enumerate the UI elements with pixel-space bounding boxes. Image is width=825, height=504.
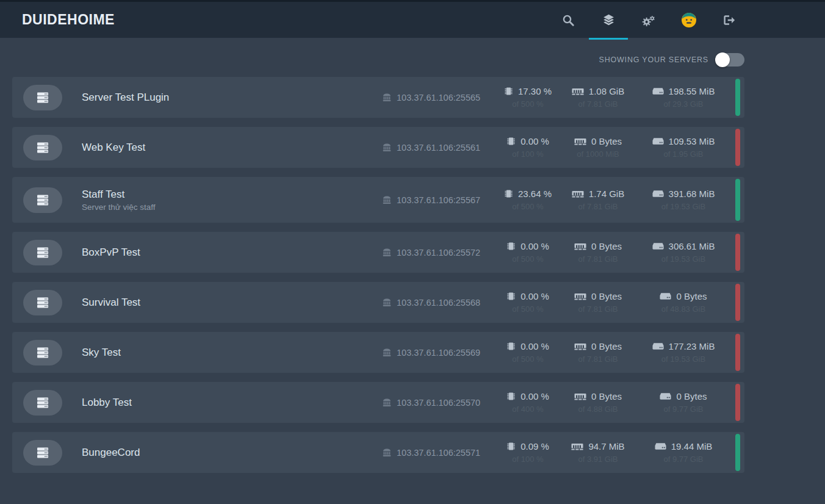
- server-row[interactable]: Survival Test 103.37.61.106:25568 0.00 %…: [12, 282, 744, 323]
- cpu-stat: 0.00 % of 500 %: [497, 291, 558, 314]
- server-subtitle: Server thử việc staff: [82, 203, 375, 212]
- server-name-block: Web Key Test: [82, 142, 375, 154]
- server-address-block: 103.37.61.106:25565: [375, 93, 497, 103]
- nav-account-button[interactable]: [669, 2, 709, 38]
- server-ip: 103.37.61.106:25567: [397, 195, 480, 205]
- server-name-block: Sky Test: [82, 347, 375, 359]
- server-stack-icon: [36, 446, 49, 459]
- server-row[interactable]: BoxPvP Test 103.37.61.106:25572 0.00 % o…: [12, 232, 744, 273]
- nav-servers-tab[interactable]: [588, 2, 629, 38]
- server-icon-button[interactable]: [23, 440, 62, 466]
- memory-icon: [574, 342, 586, 351]
- memory-stat: 1.74 GiB of 7.81 GiB: [558, 189, 638, 211]
- status-indicator: [735, 384, 740, 421]
- network-address-icon: [383, 93, 391, 102]
- memory-stat: 0 Bytes of 7.81 GiB: [558, 341, 638, 364]
- memory-limit: of 1000 MiB: [577, 149, 619, 159]
- network-address-icon: [383, 143, 391, 152]
- disk-limit: of 9.77 GiB: [663, 455, 703, 464]
- cpu-stat: 23.64 % of 500 %: [497, 189, 558, 211]
- disk-value: 198.55 MiB: [669, 86, 715, 96]
- server-icon-button[interactable]: [23, 340, 62, 365]
- server-ip: 103.37.61.106:25570: [397, 398, 480, 408]
- showing-servers-toggle[interactable]: [716, 53, 744, 67]
- server-row[interactable]: Staff Test Server thử việc staff 103.37.…: [12, 177, 744, 223]
- cpu-stat: 0.00 % of 500 %: [497, 341, 558, 364]
- nav-admin-button[interactable]: [629, 2, 669, 38]
- status-indicator: [735, 434, 740, 471]
- cpu-limit: of 100 %: [512, 455, 543, 464]
- user-avatar: [681, 12, 697, 28]
- server-row[interactable]: Server Test PLugin 103.37.61.106:25565 1…: [12, 77, 744, 118]
- cpu-limit: of 400 %: [512, 405, 543, 414]
- memory-stat: 0 Bytes of 4.88 GiB: [558, 391, 638, 414]
- cpu-value: 17.30 %: [518, 86, 552, 96]
- disk-value: 109.53 MiB: [669, 136, 715, 146]
- server-ip: 103.37.61.106:25565: [397, 93, 480, 103]
- disk-stat: 109.53 MiB of 1.95 GiB: [638, 136, 729, 159]
- cpu-value: 23.64 %: [518, 189, 552, 199]
- disk-stat: 177.23 MiB of 19.53 GiB: [638, 341, 729, 364]
- memory-icon: [574, 392, 586, 401]
- server-ip: 103.37.61.106:25572: [397, 248, 480, 257]
- network-address-icon: [383, 348, 391, 357]
- server-row[interactable]: BungeeCord 103.37.61.106:25571 0.09 % of…: [12, 432, 744, 473]
- cpu-stat: 0.00 % of 100 %: [497, 136, 558, 159]
- server-address-block: 103.37.61.106:25570: [375, 398, 497, 408]
- memory-stat: 1.08 GiB of 7.81 GiB: [558, 86, 638, 109]
- disk-icon: [652, 242, 664, 250]
- memory-limit: of 7.81 GiB: [578, 254, 618, 264]
- network-address-icon: [383, 298, 391, 307]
- memory-icon: [574, 137, 586, 146]
- memory-limit: of 7.81 GiB: [578, 304, 618, 314]
- disk-limit: of 19.53 GiB: [661, 254, 705, 264]
- server-row[interactable]: Sky Test 103.37.61.106:25569 0.00 % of 5…: [12, 332, 744, 373]
- server-icon-button[interactable]: [23, 290, 62, 315]
- status-indicator: [735, 179, 740, 221]
- memory-icon: [574, 242, 586, 251]
- server-name: BungeeCord: [82, 447, 375, 459]
- cpu-stat: 0.09 % of 100 %: [497, 441, 558, 464]
- network-address-icon: [383, 196, 391, 204]
- memory-value: 0 Bytes: [591, 341, 622, 351]
- toggle-knob: [715, 52, 730, 67]
- server-name-block: Server Test PLugin: [82, 92, 375, 104]
- cpu-stat: 0.00 % of 400 %: [497, 391, 558, 414]
- showing-servers-label: SHOWING YOUR SERVERS: [599, 56, 708, 64]
- server-icon-button[interactable]: [23, 187, 62, 213]
- status-indicator: [735, 334, 740, 371]
- nav-search-button[interactable]: [548, 2, 588, 38]
- server-address-block: 103.37.61.106:25569: [375, 348, 497, 358]
- server-name: Sky Test: [82, 347, 375, 359]
- servers-icon: [602, 13, 616, 26]
- status-indicator: [735, 234, 740, 271]
- server-list: Server Test PLugin 103.37.61.106:25565 1…: [12, 77, 744, 473]
- server-icon-button[interactable]: [23, 135, 62, 160]
- nav-logout-button[interactable]: [709, 2, 749, 38]
- memory-limit: of 7.81 GiB: [578, 99, 618, 109]
- disk-icon: [652, 137, 664, 145]
- server-name: BoxPvP Test: [82, 247, 375, 259]
- cpu-stat: 17.30 % of 500 %: [497, 86, 558, 109]
- server-ip: 103.37.61.106:25571: [397, 448, 480, 458]
- memory-value: 0 Bytes: [591, 391, 622, 401]
- cpu-limit: of 500 %: [512, 254, 543, 264]
- cpu-icon: [506, 441, 516, 452]
- server-icon-button[interactable]: [23, 85, 62, 110]
- disk-value: 0 Bytes: [676, 291, 707, 301]
- server-row[interactable]: Web Key Test 103.37.61.106:25561 0.00 % …: [12, 127, 744, 168]
- server-address-block: 103.37.61.106:25561: [375, 143, 497, 153]
- disk-value: 19.44 MiB: [671, 441, 713, 452]
- server-name: Lobby Test: [82, 397, 375, 409]
- cpu-icon: [504, 86, 513, 96]
- server-ip: 103.37.61.106:25568: [397, 298, 480, 308]
- disk-stat: 0 Bytes of 9.77 GiB: [638, 391, 729, 414]
- disk-stat: 0 Bytes of 48.83 GiB: [638, 291, 729, 314]
- disk-value: 306.61 MiB: [669, 241, 715, 251]
- brand-logo[interactable]: DUIDEHOIME: [22, 12, 115, 28]
- server-icon-button[interactable]: [23, 390, 62, 416]
- cpu-icon: [506, 241, 516, 251]
- cpu-value: 0.00 %: [521, 341, 549, 351]
- server-icon-button[interactable]: [23, 240, 62, 265]
- server-row[interactable]: Lobby Test 103.37.61.106:25570 0.00 % of…: [12, 382, 744, 423]
